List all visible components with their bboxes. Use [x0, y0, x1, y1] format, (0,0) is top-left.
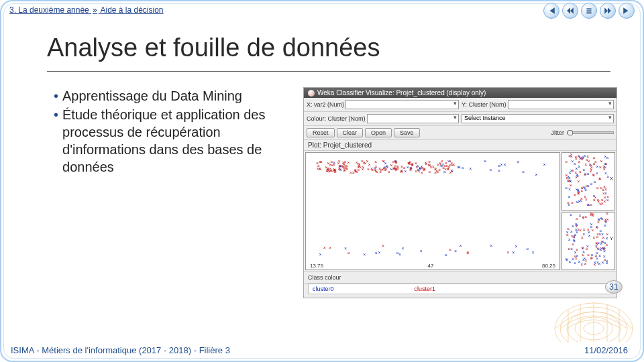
x-tick-2: 80.25: [542, 263, 555, 269]
svg-point-5: [567, 312, 621, 342]
window-close-icon[interactable]: [308, 90, 315, 97]
nav-next-button[interactable]: [600, 3, 616, 19]
weka-jitter-slider[interactable]: [567, 131, 614, 134]
svg-point-4: [560, 307, 627, 342]
weka-legend-title: Class colour: [308, 274, 341, 281]
x-tick-0: 13.75: [310, 263, 323, 269]
breadcrumb: 3. La deuxième année » Aide à la décisio…: [9, 5, 164, 15]
bullet-list: •Apprentissage du Data Mining •Étude thé…: [54, 87, 295, 298]
footer-right: 11/02/2016: [584, 345, 628, 355]
slide-title: Analyse et fouille de données: [47, 34, 380, 62]
weka-mini-plot-x[interactable]: X×××××××××××××××××××××××××××××××××××××××…: [561, 152, 615, 210]
page-number-badge: 31: [605, 280, 623, 294]
mini-x-label: X: [610, 176, 613, 182]
weka-legend: cluster0 cluster1: [308, 284, 612, 294]
breadcrumb-part2[interactable]: Aide à la décision: [100, 5, 163, 15]
svg-rect-0: [586, 8, 591, 9]
weka-window: Weka Classifier Visualize: Projet_cluste…: [303, 87, 617, 298]
weka-titlebar: Weka Classifier Visualize: Projet_cluste…: [304, 88, 616, 98]
nav-menu-button[interactable]: [581, 3, 597, 19]
legend-cluster0: cluster0: [313, 286, 334, 292]
weka-select-dropdown[interactable]: Select Instance: [462, 114, 614, 123]
weka-open-button[interactable]: Open: [365, 128, 392, 137]
nav-prev-button[interactable]: [562, 3, 578, 19]
bullet-1: Apprentissage du Data Mining: [62, 87, 242, 105]
nav-last-button[interactable]: [619, 3, 635, 19]
nav-first-button[interactable]: [543, 3, 559, 19]
footer-left: ISIMA - Métiers de l'informatique (2017 …: [11, 345, 230, 355]
weka-reset-button[interactable]: Reset: [307, 128, 335, 137]
svg-rect-2: [586, 12, 591, 13]
svg-point-3: [555, 303, 633, 342]
weka-clear-button[interactable]: Clear: [337, 128, 364, 137]
weka-x-dropdown[interactable]: [345, 100, 459, 109]
weka-x-label: X: var2 (Num): [307, 101, 344, 108]
x-tick-1: 47: [427, 263, 433, 269]
nav-controls: [543, 3, 635, 19]
weka-plot-main[interactable]: 13.75 47 80.25 ×××××××××××××××××××××××××…: [305, 152, 560, 270]
svg-point-6: [575, 317, 612, 340]
weka-colour-label: Colour: Cluster (Nom): [307, 115, 366, 122]
breadcrumb-part1[interactable]: 3. La deuxième année: [9, 5, 89, 15]
weka-save-button[interactable]: Save: [394, 128, 420, 137]
title-underline: [47, 71, 610, 72]
svg-rect-1: [586, 10, 591, 11]
mini-y-label: Y: [610, 235, 613, 241]
weka-y-dropdown[interactable]: [508, 100, 614, 109]
breadcrumb-separator: »: [93, 5, 97, 15]
weka-colour-dropdown[interactable]: [367, 114, 459, 123]
weka-window-title: Weka Classifier Visualize: Projet_cluste…: [317, 89, 486, 97]
weka-jitter-label: Jitter: [551, 129, 564, 136]
legend-cluster1: cluster1: [415, 286, 436, 292]
weka-y-label: Y: Cluster (Nom): [462, 101, 506, 108]
bullet-2: Étude théorique et application des proce…: [62, 106, 295, 176]
weka-plot-title: Plot: Projet_clustered: [304, 140, 616, 151]
weka-mini-plot-y[interactable]: Y×××××××××××××××××××××××××××××××××××××××…: [561, 212, 615, 270]
svg-point-7: [584, 322, 604, 335]
